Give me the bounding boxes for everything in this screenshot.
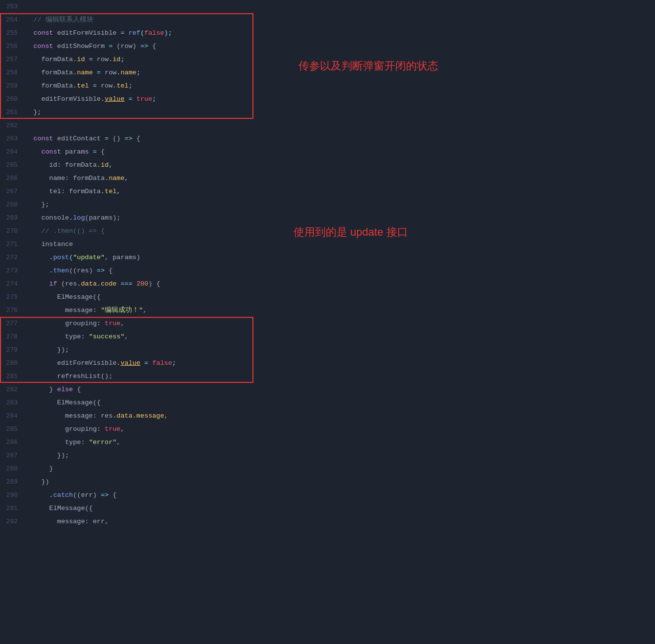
annotation-1: 传参以及判断弹窗开闭的状态 [298, 59, 438, 73]
code-line: 288 } [0, 462, 284, 475]
line-number: 292 [0, 515, 25, 528]
line-content: .then((res) => { [25, 264, 284, 277]
line-content: message: err, [25, 515, 284, 528]
line-content: }); [25, 449, 284, 462]
line-number: 275 [0, 290, 25, 304]
line-content: message: "编辑成功！", [25, 304, 284, 317]
code-line: 275 ElMessage({ [0, 290, 284, 304]
line-content: .catch((err) => { [25, 489, 284, 502]
line-content: if (res.data.code === 200) { [25, 277, 284, 290]
line-number: 253 [0, 0, 25, 13]
code-line: 262 [0, 119, 284, 132]
line-number: 277 [0, 317, 25, 330]
line-number: 264 [0, 145, 25, 158]
line-content: }); [25, 343, 284, 356]
line-number: 259 [0, 79, 25, 92]
code-line: 290 .catch((err) => { [0, 489, 284, 502]
code-line: 269 console.log(params); [0, 211, 284, 224]
line-content: // .then(() => { [25, 224, 284, 238]
line-number: 272 [0, 251, 25, 264]
line-number: 266 [0, 172, 25, 185]
line-number: 276 [0, 304, 25, 317]
line-content: editFormVisible.value = false; [25, 356, 284, 370]
code-line: 278 type: "success", [0, 330, 284, 343]
line-number: 254 [0, 13, 25, 26]
line-number: 262 [0, 119, 25, 132]
line-number: 279 [0, 343, 25, 356]
line-content: editFormVisible.value = true; [25, 92, 284, 106]
line-content: }; [25, 106, 284, 119]
line-number: 278 [0, 330, 25, 343]
code-line: 256 const editShowForm = (row) => { [0, 40, 284, 53]
code-line: 265 id: formData.id, [0, 158, 284, 172]
line-number: 258 [0, 66, 25, 79]
line-number: 284 [0, 409, 25, 422]
line-number: 268 [0, 198, 25, 211]
code-line: 272 .post("update", params) [0, 251, 284, 264]
code-line: 257 formData.id = row.id; [0, 53, 284, 66]
line-content: type: "success", [25, 330, 284, 343]
code-editor: 253254 // 编辑联系人模块255 const editFormVisib… [0, 0, 655, 644]
line-number: 271 [0, 238, 25, 251]
code-line: 277 grouping: true, [0, 317, 284, 330]
code-line: 261 }; [0, 106, 284, 119]
line-content: // 编辑联系人模块 [25, 13, 284, 26]
line-number: 260 [0, 92, 25, 106]
code-panel: 253254 // 编辑联系人模块255 const editFormVisib… [0, 0, 284, 644]
code-line: 289 }) [0, 475, 284, 489]
code-line: 266 name: formData.name, [0, 172, 284, 185]
line-number: 265 [0, 158, 25, 172]
code-line: 279 }); [0, 343, 284, 356]
code-line: 258 formData.name = row.name; [0, 66, 284, 79]
code-line: 286 type: "error", [0, 436, 284, 449]
code-line: 271 instance [0, 238, 284, 251]
line-content: ElMessage({ [25, 290, 284, 304]
code-line: 255 const editFormVisible = ref(false); [0, 26, 284, 40]
line-content: ElMessage({ [25, 502, 284, 515]
line-number: 255 [0, 26, 25, 40]
annotation-panel: 传参以及判断弹窗开闭的状态 使用到的是 update 接口 [284, 0, 655, 644]
code-line: 263 const editContact = () => { [0, 132, 284, 145]
code-line: 267 tel: formData.tel, [0, 185, 284, 198]
code-line: 276 message: "编辑成功！", [0, 304, 284, 317]
line-content: } [25, 462, 284, 475]
line-content: .post("update", params) [25, 251, 284, 264]
code-line: 281 refreshList(); [0, 370, 284, 383]
line-content: grouping: true, [25, 422, 284, 436]
line-number: 261 [0, 106, 25, 119]
code-line: 280 editFormVisible.value = false; [0, 356, 284, 370]
line-content: name: formData.name, [25, 172, 284, 185]
code-lines: 253254 // 编辑联系人模块255 const editFormVisib… [0, 0, 284, 528]
line-number: 269 [0, 211, 25, 224]
line-content: const params = { [25, 145, 284, 158]
code-line: 284 message: res.data.message, [0, 409, 284, 422]
line-number: 281 [0, 370, 25, 383]
line-number: 288 [0, 462, 25, 475]
line-content: }) [25, 475, 284, 489]
line-content: formData.id = row.id; [25, 53, 284, 66]
code-line: 270 // .then(() => { [0, 224, 284, 238]
line-content: formData.name = row.name; [25, 66, 284, 79]
code-line: 292 message: err, [0, 515, 284, 528]
line-content: tel: formData.tel, [25, 185, 284, 198]
line-number: 263 [0, 132, 25, 145]
code-line: 254 // 编辑联系人模块 [0, 13, 284, 26]
line-content: const editFormVisible = ref(false); [25, 26, 284, 40]
code-line: 260 editFormVisible.value = true; [0, 92, 284, 106]
line-content: }; [25, 198, 284, 211]
line-number: 285 [0, 422, 25, 436]
line-content: const editContact = () => { [25, 132, 284, 145]
line-content: ElMessage({ [25, 396, 284, 409]
line-content: console.log(params); [25, 211, 284, 224]
line-number: 291 [0, 502, 25, 515]
code-line: 291 ElMessage({ [0, 502, 284, 515]
code-line: 253 [0, 0, 284, 13]
code-line: 259 formData.tel = row.tel; [0, 79, 284, 92]
code-line: 264 const params = { [0, 145, 284, 158]
line-content: type: "error", [25, 436, 284, 449]
code-line: 282 } else { [0, 383, 284, 396]
line-content: id: formData.id, [25, 158, 284, 172]
line-content: formData.tel = row.tel; [25, 79, 284, 92]
line-content: message: res.data.message, [25, 409, 284, 422]
line-number: 267 [0, 185, 25, 198]
